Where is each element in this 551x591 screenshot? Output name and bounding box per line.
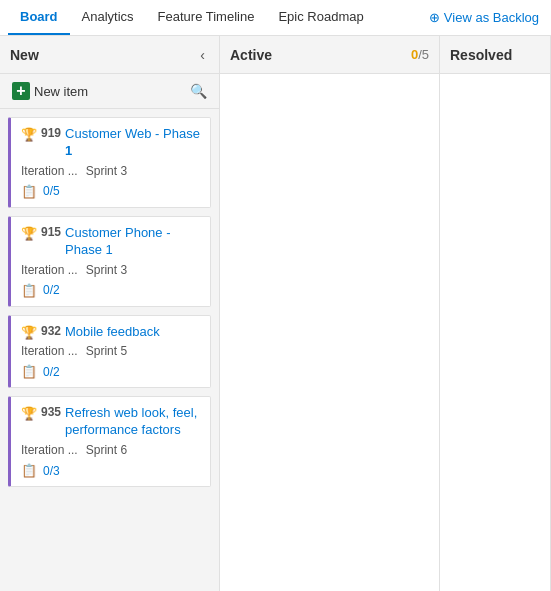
column-new-header: New ‹	[0, 36, 219, 74]
card-meta: Iteration ... Sprint 3	[21, 263, 200, 277]
card-meta: Iteration ... Sprint 5	[21, 344, 200, 358]
top-navigation: Board Analytics Feature Timeline Epic Ro…	[0, 0, 551, 36]
count-max: 5	[422, 47, 429, 62]
task-board-icon: 📋	[21, 463, 37, 478]
board-columns: New ‹ + New item 🔍 🏆 919 Customer Web - …	[0, 36, 551, 591]
iteration-label[interactable]: Iteration ...	[21, 164, 78, 178]
card-footer: 📋 0/3	[21, 463, 200, 478]
resolved-cards-list	[440, 74, 550, 90]
list-item: 🏆 919 Customer Web - Phase 1 Iteration .…	[8, 117, 211, 208]
card-title-row: 🏆 919 Customer Web - Phase 1	[21, 126, 200, 160]
plus-icon: +	[12, 82, 30, 100]
tab-analytics[interactable]: Analytics	[70, 0, 146, 35]
tab-epic-roadmap[interactable]: Epic Roadmap	[266, 0, 375, 35]
search-button[interactable]: 🔍	[186, 81, 211, 101]
card-id: 935	[41, 405, 61, 419]
list-item: 🏆 932 Mobile feedback Iteration ... Spri…	[8, 315, 211, 389]
card-id: 919	[41, 126, 61, 140]
iteration-label[interactable]: Iteration ...	[21, 443, 78, 457]
card-title-row: 🏆 915 Customer Phone - Phase 1	[21, 225, 200, 259]
trophy-icon: 🏆	[21, 226, 37, 241]
column-new-toolbar: + New item 🔍	[0, 74, 219, 109]
column-active-header: Active 0/5	[220, 36, 439, 74]
trophy-icon: 🏆	[21, 127, 37, 142]
list-item: 🏆 915 Customer Phone - Phase 1 Iteration…	[8, 216, 211, 307]
card-meta: Iteration ... Sprint 3	[21, 164, 200, 178]
trophy-icon: 🏆	[21, 406, 37, 421]
column-new: New ‹ + New item 🔍 🏆 919 Customer Web - …	[0, 36, 220, 591]
card-id: 915	[41, 225, 61, 239]
card-title[interactable]: Refresh web look, feel, performance fact…	[65, 405, 200, 439]
sprint-label[interactable]: Sprint 3	[86, 263, 127, 277]
card-title-row: 🏆 932 Mobile feedback	[21, 324, 200, 341]
column-resolved-title: Resolved	[450, 47, 540, 63]
card-title[interactable]: Customer Web - Phase 1	[65, 126, 200, 160]
column-active-count: 0/5	[411, 47, 429, 62]
card-footer: 📋 0/2	[21, 364, 200, 379]
view-as-backlog-label: View as Backlog	[444, 10, 539, 25]
new-cards-list: 🏆 919 Customer Web - Phase 1 Iteration .…	[0, 109, 219, 495]
card-title[interactable]: Mobile feedback	[65, 324, 160, 341]
sprint-label[interactable]: Sprint 6	[86, 443, 127, 457]
task-count: 0/3	[43, 464, 60, 478]
trophy-icon: 🏆	[21, 325, 37, 340]
card-title[interactable]: Customer Phone - Phase 1	[65, 225, 200, 259]
task-board-icon: 📋	[21, 364, 37, 379]
card-footer: 📋 0/2	[21, 283, 200, 298]
view-as-backlog-button[interactable]: ⊕ View as Backlog	[417, 10, 551, 25]
task-board-icon: 📋	[21, 283, 37, 298]
column-resolved: Resolved	[440, 36, 551, 591]
new-item-label: New item	[34, 84, 88, 99]
card-id: 932	[41, 324, 61, 338]
tab-feature-timeline[interactable]: Feature Timeline	[146, 0, 267, 35]
column-resolved-header: Resolved	[440, 36, 550, 74]
task-board-icon: 📋	[21, 184, 37, 199]
task-count: 0/2	[43, 365, 60, 379]
task-count: 0/2	[43, 283, 60, 297]
active-cards-list	[220, 74, 439, 90]
nav-tabs: Board Analytics Feature Timeline Epic Ro…	[8, 0, 400, 35]
column-active-title: Active	[230, 47, 411, 63]
sprint-label[interactable]: Sprint 3	[86, 164, 127, 178]
phase-badge: 1	[65, 143, 72, 158]
column-active: Active 0/5	[220, 36, 440, 591]
column-new-title: New	[10, 47, 196, 63]
sprint-label[interactable]: Sprint 5	[86, 344, 127, 358]
new-item-button[interactable]: + New item	[8, 80, 182, 102]
card-meta: Iteration ... Sprint 6	[21, 443, 200, 457]
iteration-label[interactable]: Iteration ...	[21, 344, 78, 358]
tab-board[interactable]: Board	[8, 0, 70, 35]
card-title-row: 🏆 935 Refresh web look, feel, performanc…	[21, 405, 200, 439]
search-icon: 🔍	[190, 83, 207, 99]
task-count: 0/5	[43, 184, 60, 198]
card-footer: 📋 0/5	[21, 184, 200, 199]
list-item: 🏆 935 Refresh web look, feel, performanc…	[8, 396, 211, 487]
iteration-label[interactable]: Iteration ...	[21, 263, 78, 277]
circle-plus-icon: ⊕	[429, 10, 440, 25]
collapse-button[interactable]: ‹	[196, 45, 209, 65]
